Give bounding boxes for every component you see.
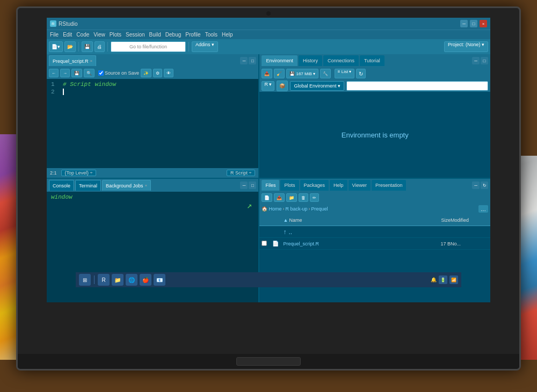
env-search-input[interactable] <box>346 81 488 91</box>
editor-tab-close[interactable]: × <box>90 59 93 63</box>
col-modified[interactable]: Modified <box>451 217 488 223</box>
editor-find-btn[interactable]: 🔍 <box>84 69 95 77</box>
tab-tutorial[interactable]: Tutorial <box>360 55 384 66</box>
env-refresh-btn[interactable]: ↻ <box>356 69 366 78</box>
menu-file[interactable]: File <box>50 32 59 38</box>
files-folder-btn[interactable]: 📁 <box>286 193 297 202</box>
tab-files[interactable]: Files <box>262 180 279 191</box>
taskbar-browser-icon[interactable]: 🌐 <box>126 274 137 286</box>
tab-presentation[interactable]: Presentation <box>372 180 407 191</box>
toolbar-separator <box>78 42 79 52</box>
code-editor[interactable]: 1 # Script window 2 <box>47 79 258 168</box>
file-type[interactable]: R Script ÷ <box>227 170 255 176</box>
files-minimize-btn[interactable]: ─ <box>472 182 480 189</box>
menu-tools[interactable]: Tools <box>205 32 217 38</box>
up-dir-icon: ↑ <box>283 228 286 236</box>
project-button[interactable]: Project: (None) ▾ <box>444 41 488 52</box>
editor-tab-script[interactable]: Prequel_script.R × <box>49 55 96 66</box>
goto-file-input[interactable]: Go to file/function <box>111 41 186 52</box>
editor-forward-btn[interactable]: → <box>60 69 70 77</box>
source-on-save-checkbox[interactable] <box>98 70 104 76</box>
files-up-dir-row[interactable]: ↑ .. <box>259 226 490 238</box>
tab-terminal[interactable]: Terminal <box>75 180 101 191</box>
taskbar-file-icon[interactable]: 📁 <box>112 274 124 286</box>
menu-code[interactable]: Code <box>76 32 89 38</box>
tab-connections[interactable]: Connections <box>323 55 359 66</box>
menu-help[interactable]: Help <box>222 32 233 38</box>
code-level[interactable]: (Top Level) ÷ <box>61 170 97 176</box>
tab-console[interactable]: Console <box>49 180 74 191</box>
tab-background-jobs[interactable]: Background Jobs × <box>102 180 151 191</box>
taskbar-battery-icon: 🔋 <box>439 275 447 284</box>
console-maximize-btn[interactable]: □ <box>249 182 256 189</box>
taskbar-start-icon[interactable]: ⊞ <box>79 274 91 286</box>
list-dropdown[interactable]: ≡ List ▾ <box>335 69 355 78</box>
editor-save-btn[interactable]: 💾 <box>71 69 82 77</box>
minimize-button[interactable]: ─ <box>460 20 468 27</box>
env-import-btn[interactable]: 📥 <box>262 69 272 78</box>
line-number-1: 1 <box>51 81 59 88</box>
breadcrumb-home[interactable]: Home <box>268 206 281 212</box>
col-name[interactable]: ▲ Name <box>283 217 424 223</box>
tab-packages[interactable]: Packages <box>300 180 329 191</box>
print-button[interactable]: 🖨 <box>95 41 105 52</box>
env-empty-message: Environment is empty <box>259 92 490 178</box>
global-env-dropdown[interactable]: Global Environment ▾ <box>290 81 344 91</box>
tab-viewer[interactable]: Viewer <box>349 180 371 191</box>
breadcrumb-prequel[interactable]: Prequel <box>311 206 328 212</box>
col-size[interactable]: Size <box>424 217 451 223</box>
maximize-button[interactable]: □ <box>470 20 477 27</box>
env-minimize-btn[interactable]: ─ <box>472 57 480 64</box>
editor-tools-btn[interactable]: ⚙ <box>153 69 162 77</box>
trackpad[interactable] <box>236 357 301 366</box>
editor-back-btn[interactable]: ← <box>49 69 59 77</box>
env-clear-btn[interactable]: 🧹 <box>274 69 285 78</box>
new-file-button[interactable]: 📄▾ <box>49 41 63 52</box>
save-button[interactable]: 💾 <box>82 41 93 52</box>
env-broom-btn[interactable]: 🔧 <box>320 69 331 78</box>
editor-view-btn[interactable]: 👁 <box>164 69 173 77</box>
addins-button[interactable]: Addins ▾ <box>192 41 218 52</box>
menu-view[interactable]: View <box>93 32 105 38</box>
r-version-dropdown[interactable]: R ▾ <box>262 81 274 91</box>
files-upload-btn[interactable]: 📤 <box>274 193 285 202</box>
tab-history[interactable]: History <box>299 55 322 66</box>
editor-wand-btn[interactable]: ✨ <box>141 69 151 77</box>
taskbar-rstudio-icon[interactable]: R <box>98 274 110 286</box>
background-jobs-close[interactable]: × <box>145 183 148 188</box>
console-corner-icon: ↗ <box>247 200 252 211</box>
files-row-prequel-script[interactable]: 📄 Prequel_script.R 17 B No... <box>259 238 490 250</box>
tab-environment[interactable]: Environment <box>262 55 297 66</box>
file-icon-prequel: 📄 <box>272 241 283 246</box>
breadcrumb-rbackup[interactable]: R back-up <box>285 206 307 212</box>
tab-help[interactable]: Help <box>330 180 347 191</box>
files-refresh-btn[interactable]: ↻ <box>481 182 488 189</box>
menu-edit[interactable]: Edit <box>63 32 72 38</box>
menu-build[interactable]: Build <box>149 32 161 38</box>
menu-debug[interactable]: Debug <box>165 32 181 38</box>
taskbar-wifi-icon: 📶 <box>449 275 458 284</box>
menu-plots[interactable]: Plots <box>110 32 121 38</box>
editor-maximize-btn[interactable]: □ <box>249 57 256 64</box>
breadcrumb-more-btn[interactable]: … <box>478 205 488 213</box>
taskbar-notification-icon[interactable]: 🔔 <box>431 277 437 282</box>
file-name-prequel[interactable]: Prequel_script.R <box>283 241 424 246</box>
taskbar-app-icon[interactable]: 🍎 <box>140 274 151 286</box>
env-icon-btn[interactable]: 📦 <box>277 81 288 91</box>
files-delete-btn[interactable]: 🗑 <box>299 193 308 202</box>
files-rename-btn[interactable]: ✏ <box>310 193 319 202</box>
menu-session[interactable]: Session <box>126 32 145 38</box>
close-button[interactable]: × <box>480 20 487 27</box>
open-file-button[interactable]: 📂 <box>64 41 76 52</box>
editor-minimize-btn[interactable]: ─ <box>240 57 248 64</box>
memory-usage[interactable]: 💾 167 MiB ▾ <box>286 69 318 78</box>
tab-plots[interactable]: Plots <box>280 180 299 191</box>
files-new-btn[interactable]: 📄 <box>262 193 272 202</box>
file-select-checkbox[interactable] <box>262 241 267 246</box>
menu-profile[interactable]: Profile <box>185 32 200 38</box>
console-minimize-btn[interactable]: ─ <box>240 182 248 189</box>
editor-toolbar: ← → 💾 🔍 Source on Save ✨ ⚙ 👁 <box>47 67 258 79</box>
breadcrumb: 🏠 Home › R back-up › Prequel … <box>259 204 490 214</box>
taskbar-teams-icon[interactable]: 📧 <box>154 274 165 286</box>
env-maximize-btn[interactable]: □ <box>481 57 488 64</box>
